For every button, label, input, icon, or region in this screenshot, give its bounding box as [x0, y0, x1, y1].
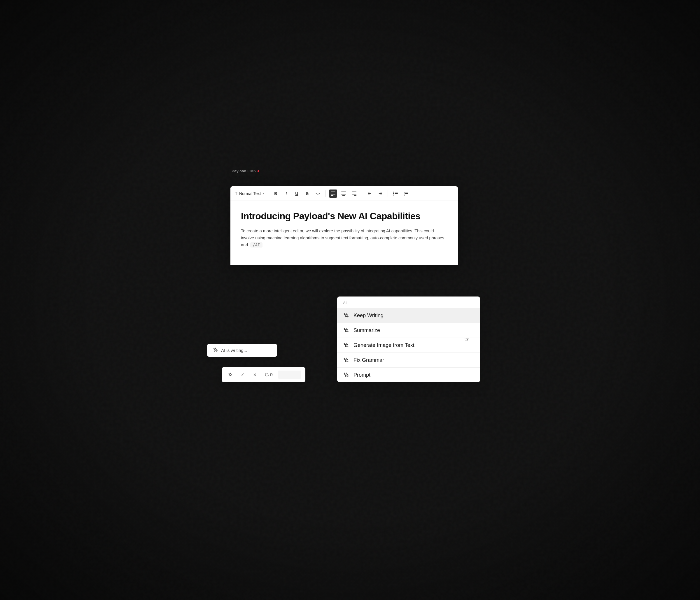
svg-rect-11 [354, 195, 356, 195]
svg-text:3.: 3. [404, 194, 405, 195]
ai-writing-label: AI is writing... [221, 348, 247, 353]
divider-4 [388, 190, 388, 197]
svg-rect-3 [331, 195, 333, 195]
regenerate-button[interactable]: R [262, 371, 275, 378]
italic-button[interactable]: I [282, 189, 290, 198]
accept-button[interactable]: ✓ [238, 370, 247, 379]
fix-grammar-label: Fix Grammar [353, 357, 384, 363]
svg-rect-5 [342, 193, 345, 193]
ai-dropdown: AI Keep Writing ☞ Summari [337, 296, 480, 382]
svg-point-12 [393, 191, 394, 192]
brand-name: Payload CMS [231, 169, 256, 173]
sparkle-icon-summarize [343, 327, 349, 334]
svg-rect-13 [395, 192, 398, 192]
ai-dropdown-header: AI [337, 296, 480, 308]
ai-trigger: /AI [250, 242, 262, 247]
reject-button[interactable]: ✕ [250, 370, 259, 379]
sparkle-icon-generate [343, 342, 349, 348]
editor-body: To create a more intelligent editor, we … [241, 228, 447, 249]
regenerate-label: R [270, 373, 273, 377]
brand-dot [257, 170, 259, 172]
ai-writing-pill: AI is writing... [207, 344, 277, 357]
svg-rect-21 [405, 193, 408, 194]
svg-rect-15 [395, 193, 398, 194]
editor-title: Introducing Payload's New AI Capabilitie… [241, 210, 447, 222]
keep-writing-label: Keep Writing [353, 313, 383, 319]
ai-menu-item-keep-writing[interactable]: Keep Writing ☞ [337, 308, 480, 323]
text-style-icon: T [235, 191, 238, 195]
underline-button[interactable]: U [293, 189, 301, 198]
svg-rect-6 [341, 194, 346, 194]
ai-menu-item-summarize[interactable]: Summarize [337, 323, 480, 338]
ai-action-sparkle-button[interactable] [226, 370, 235, 379]
svg-rect-0 [331, 191, 335, 192]
unordered-list-button[interactable] [392, 189, 400, 198]
brand-logo: Payload CMS [231, 169, 259, 173]
svg-point-16 [393, 194, 394, 195]
ai-action-bar: ✓ ✕ R [222, 367, 305, 382]
svg-rect-23 [405, 195, 408, 195]
svg-rect-9 [353, 193, 356, 193]
svg-rect-7 [343, 195, 345, 195]
align-center-button[interactable] [340, 189, 348, 198]
action-bar-content [278, 370, 301, 379]
ordered-list-button[interactable]: 1. 2. 3. [402, 189, 410, 198]
ai-menu-item-generate-image[interactable]: Generate Image from Text [337, 338, 480, 353]
bold-button[interactable]: B [272, 189, 280, 198]
text-style-selector[interactable]: T Normal Text ▾ [235, 191, 264, 196]
align-left-button[interactable] [329, 189, 337, 198]
indent-button[interactable]: ⇥ [376, 189, 384, 198]
svg-rect-4 [341, 191, 346, 192]
svg-rect-19 [405, 192, 408, 192]
svg-rect-17 [395, 195, 398, 195]
svg-rect-10 [352, 194, 356, 194]
code-button[interactable]: <> [314, 189, 322, 198]
outdent-button[interactable]: ⇤ [366, 189, 374, 198]
sparkle-icon-writing [213, 347, 218, 354]
strikethrough-button[interactable]: S [303, 189, 311, 198]
editor-card: T Normal Text ▾ B I U S <> [230, 186, 458, 265]
svg-rect-2 [331, 194, 335, 194]
ai-menu-item-fix-grammar[interactable]: Fix Grammar [337, 353, 480, 367]
ai-menu-item-prompt[interactable]: Prompt [337, 367, 480, 382]
align-right-button[interactable] [350, 189, 358, 198]
sparkle-icon-prompt [343, 372, 349, 378]
summarize-label: Summarize [353, 328, 380, 334]
editor-content[interactable]: Introducing Payload's New AI Capabilitie… [230, 201, 458, 265]
text-style-label: Normal Text [239, 191, 261, 196]
text-style-chevron: ▾ [262, 191, 264, 195]
sparkle-icon-keep-writing [343, 312, 349, 319]
svg-rect-1 [331, 193, 334, 193]
svg-point-14 [393, 193, 394, 194]
svg-rect-8 [352, 191, 356, 192]
generate-image-label: Generate Image from Text [353, 342, 415, 348]
toolbar: T Normal Text ▾ B I U S <> [230, 186, 458, 201]
sparkle-icon-fix-grammar [343, 357, 349, 363]
prompt-label: Prompt [353, 372, 370, 378]
